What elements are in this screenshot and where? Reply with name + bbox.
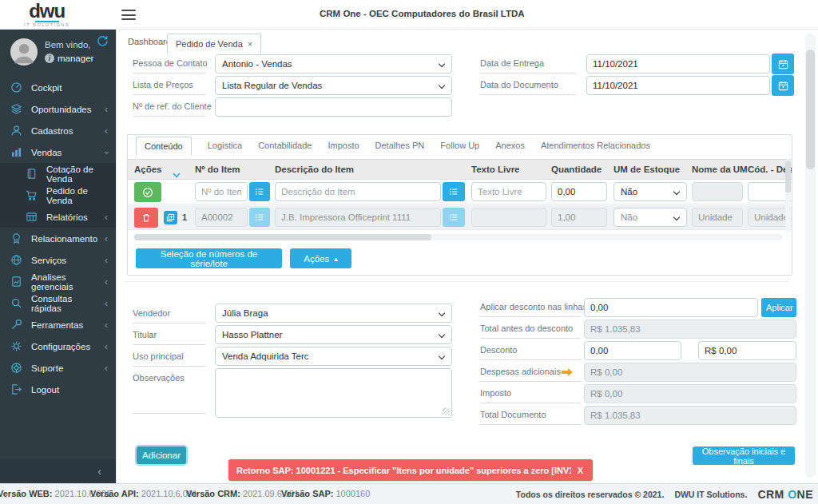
acoes-button[interactable]: Ações ▴: [290, 248, 351, 268]
resize-grip[interactable]: [443, 408, 450, 415]
sidebar-item-servicos[interactable]: Serviços ‹: [0, 249, 116, 271]
data-documento-label: Data do Documento: [480, 80, 576, 95]
status-bar: Versão WEB: 2021.10.6.001 Versão API: 20…: [0, 483, 818, 504]
entry-um-estoque-select[interactable]: Não: [614, 182, 687, 201]
content-tabs: Conteúdo Logistica Contabilidade Imposto…: [128, 135, 792, 156]
sidebar-item-label: Cadastros: [31, 126, 73, 136]
tab-detalhes-pn[interactable]: Detalhes PN: [375, 141, 425, 150]
uso-principal-select[interactable]: Venda Adquirida Terc: [215, 347, 452, 366]
row-item-list-button[interactable]: [249, 208, 270, 227]
chevron-down-icon: [439, 310, 445, 316]
sidebar-item-label: Vendas: [31, 148, 62, 157]
ref-cliente-input[interactable]: [215, 97, 452, 117]
sidebar-item-relacionamento[interactable]: Relacionamento ‹: [0, 228, 116, 249]
serie-lote-button[interactable]: Seleção de números de série/lote: [136, 248, 282, 268]
sidebar-collapse-button[interactable]: ‹: [0, 459, 116, 483]
observacoes-textarea[interactable]: [215, 368, 452, 418]
data-documento-calendar-button[interactable]: [772, 75, 794, 96]
list-icon: [449, 212, 459, 222]
hamburger-menu-icon[interactable]: [121, 10, 136, 23]
vendedor-select[interactable]: Júlia Braga: [215, 304, 452, 323]
section-divider: [125, 281, 789, 282]
sidebar-item-label: Logout: [31, 385, 59, 395]
chevron-left-icon: ‹: [105, 342, 108, 351]
entry-item-list-button[interactable]: [249, 182, 270, 201]
tab-close-icon[interactable]: ×: [248, 39, 252, 49]
data-entrega-calendar-button[interactable]: [772, 54, 794, 74]
aplicar-button[interactable]: Aplicar: [761, 298, 796, 317]
tab-pedido-de-venda[interactable]: Pedido de Venda ×: [167, 34, 261, 54]
desconto-valor-input[interactable]: [698, 341, 796, 360]
support-icon: [10, 362, 22, 374]
entry-descricao-input[interactable]: [275, 182, 441, 201]
sidebar-item-relatorios[interactable]: Relatórios ‹: [0, 206, 116, 228]
table-entry-row: Não: [128, 180, 792, 204]
sidebar-item-cockpit[interactable]: Cockpit: [0, 77, 116, 98]
entry-descricao-list-button[interactable]: [443, 182, 465, 201]
username: manager: [58, 54, 93, 63]
aplicar-desconto-input[interactable]: [584, 298, 758, 317]
row-texto-livre-input: [471, 208, 546, 227]
sidebar-item-consultas-rapidas[interactable]: Consultas rápidas ‹: [0, 292, 116, 314]
sidebar-item-pedido-de-venda[interactable]: Pedido de Venda: [0, 185, 116, 206]
entry-quantidade-input[interactable]: [551, 182, 607, 201]
sidebar-item-vendas[interactable]: Vendas ‹: [0, 141, 116, 163]
sidebar-item-configuracoes[interactable]: Configurações ‹: [0, 335, 116, 357]
chevron-left-icon: ‹: [105, 126, 108, 136]
tab-atendimentos-relacionados[interactable]: Atendimentos Relacionados: [541, 141, 650, 150]
sidebar-item-cotacao-de-venda[interactable]: Cotação de Venda: [0, 163, 116, 185]
hscroll-thumb[interactable]: [134, 234, 431, 240]
ref-cliente-label: Nº de ref. do Cliente: [133, 101, 206, 117]
lista-precos-select[interactable]: Lista Regular de Vendas: [215, 76, 452, 95]
pessoa-contato-select[interactable]: Antonio - Vendas: [215, 54, 452, 73]
company-text: DWU IT Solutions.: [674, 490, 747, 499]
observacao-finais-button[interactable]: Observação iniciais e finais: [693, 446, 795, 465]
tab-contabilidade[interactable]: Contabilidade: [258, 141, 312, 150]
data-documento-input[interactable]: [586, 76, 770, 95]
col-num-item: Nº do Item: [195, 160, 240, 180]
row-nome-um-input: [692, 208, 743, 227]
desconto-percent-input[interactable]: [584, 341, 681, 360]
vscroll-thumb[interactable]: [785, 161, 791, 192]
calendar-icon: [778, 59, 788, 69]
tab-imposto[interactable]: Imposto: [328, 141, 359, 150]
sidebar-item-oportunidades[interactable]: Oportunidades ‹: [0, 98, 116, 120]
table-vertical-scrollbar: [785, 159, 791, 232]
duplicate-row-button[interactable]: [164, 211, 177, 224]
sidebar-item-label: Consultas rápidas: [31, 294, 105, 313]
tab-logistica[interactable]: Logistica: [208, 141, 242, 150]
uso-principal-label: Uso principal: [133, 351, 206, 367]
desconto-label: Desconto: [480, 345, 581, 360]
sidebar-item-logout[interactable]: Logout: [0, 379, 116, 400]
col-texto-livre: Texto Livre: [471, 160, 520, 180]
wrench-icon: [10, 319, 22, 331]
sidebar-item-label: Cotação de Venda: [46, 165, 108, 184]
page-scroll-thumb[interactable]: [806, 50, 815, 169]
sidebar-item-label: Relatórios: [46, 212, 88, 222]
refresh-icon[interactable]: [97, 35, 109, 50]
row-um-estoque-select[interactable]: Não: [614, 208, 687, 227]
tab-follow-up[interactable]: Follow Up: [440, 141, 479, 150]
tab-anexos[interactable]: Anexos: [495, 141, 525, 150]
sidebar-item-suporte[interactable]: Suporte ‹: [0, 357, 116, 379]
titular-select[interactable]: Hasso Plattner: [215, 325, 452, 344]
sidebar-item-ferramentas[interactable]: Ferramentas ‹: [0, 314, 116, 335]
tab-dashboard[interactable]: Dashboard: [128, 37, 171, 46]
adicionar-button[interactable]: Adicionar: [135, 445, 188, 466]
sidebar-item-analises-gerenciais[interactable]: Analises gerenciais ‹: [0, 271, 116, 292]
chevron-left-icon: ‹: [105, 212, 108, 222]
data-entrega-input[interactable]: [586, 54, 770, 73]
despesas-arrow-icon[interactable]: [561, 366, 574, 380]
entry-item-input[interactable]: [195, 182, 248, 201]
delete-row-button[interactable]: [134, 208, 158, 228]
globe-icon: [10, 254, 22, 266]
toast-close-button[interactable]: X: [571, 466, 593, 475]
row-descricao-list-button[interactable]: [443, 208, 465, 227]
confirm-row-button[interactable]: [134, 182, 161, 202]
tab-conteudo[interactable]: Conteúdo: [136, 137, 192, 156]
sidebar-item-cadastros[interactable]: Cadastros ‹: [0, 120, 116, 141]
entry-texto-livre-input[interactable]: [471, 182, 546, 201]
sidebar-item-label: Cockpit: [31, 83, 62, 93]
observacoes-underline: [133, 413, 206, 414]
award-icon: [10, 232, 22, 244]
